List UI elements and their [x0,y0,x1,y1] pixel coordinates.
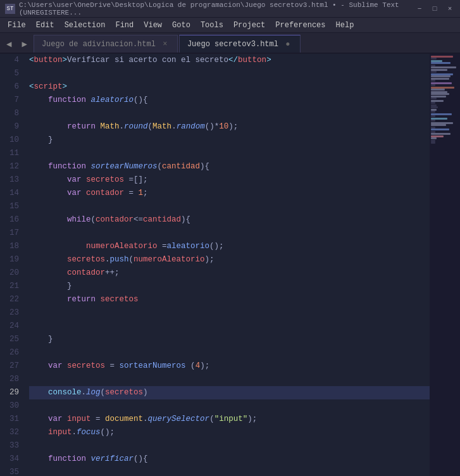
code-line-23 [29,306,430,320]
line-num-25: 25 [0,333,19,346]
title-bar: ST C:\Users\user\OneDrive\Desktop\Logica… [0,0,460,18]
code-line-20: contador++; [29,266,430,280]
tab-secreto-close[interactable]: ● [283,40,292,49]
line-numbers: 4 5 6 7 8 9 10 11 12 13 14 15 16 17 18 1… [0,54,24,476]
code-line-33 [29,439,430,453]
tab-adivinacion[interactable]: Juego de adivinacion.html × [34,35,178,53]
code-line-9: return Math.round(Math.random()*10); [29,120,430,134]
line-num-16: 16 [0,213,19,227]
code-line-4: <button>Verificar si acerto con el secre… [29,54,430,67]
code-line-11 [29,147,430,160]
menu-file[interactable]: File [3,18,31,32]
code-line-12: function sortearNumeros(cantidad){ [29,160,430,173]
code-line-10: } [29,134,430,147]
tab-secreto[interactable]: Juego secretov3.html ● [179,35,301,53]
code-line-8 [29,107,430,120]
line-num-23: 23 [0,306,19,320]
menu-selection[interactable]: Selection [59,18,111,32]
menu-find[interactable]: Find [110,18,139,32]
code-line-27: var secretos = sortearNumeros (4); [29,360,430,373]
code-line-15 [29,200,430,213]
line-num-28: 28 [0,373,19,386]
line-num-13: 13 [0,173,19,187]
code-line-6: <script> [29,80,430,94]
line-num-33: 33 [0,439,19,453]
code-line-14: var contador = 1; [29,187,430,200]
menu-bar: File Edit Selection Find View Goto Tools… [0,18,460,33]
line-num-11: 11 [0,147,19,160]
tab-bar: ◀ ▶ Juego de adivinacion.html × Juego se… [0,33,460,54]
code-line-7: function aleatorio(){ [29,94,430,107]
line-num-18: 18 [0,240,19,253]
title-bar-controls: − □ × [414,4,455,14]
code-line-24 [29,320,430,333]
code-line-30 [29,399,430,413]
code-line-22: return secretos [29,293,430,306]
code-line-31: var input = document.querySelector("inpu… [29,413,430,426]
app-icon: ST [5,4,15,14]
line-num-27: 27 [0,360,19,373]
tab-adivinacion-label: Juego de adivinacion.html [42,40,156,49]
close-button[interactable]: × [445,4,455,14]
line-num-26: 26 [0,346,19,360]
menu-goto[interactable]: Goto [167,18,196,32]
minimap [430,54,460,476]
line-num-31: 31 [0,413,19,426]
minimap-content [430,54,460,146]
menu-tools[interactable]: Tools [196,18,228,32]
tab-nav-back[interactable]: ◀ [3,35,15,53]
line-num-34: 34 [0,453,19,466]
line-num-12: 12 [0,160,19,173]
tab-secreto-label: Juego secretov3.html [187,40,278,49]
line-num-5: 5 [0,67,19,80]
code-line-35 [29,466,430,476]
line-num-6: 6 [0,80,19,94]
line-num-29: 29 [0,386,19,399]
tab-nav-forward[interactable]: ▶ [18,35,30,53]
code-line-13: var secretos =[]; [29,173,430,187]
code-line-18: numeroAleatorio =aleatorio(); [29,240,430,253]
line-num-20: 20 [0,266,19,280]
code-line-26 [29,346,430,360]
menu-preferences[interactable]: Preferences [270,18,330,32]
code-line-16: while(contador<=cantidad){ [29,213,430,227]
line-num-17: 17 [0,227,19,240]
line-num-21: 21 [0,280,19,293]
menu-view[interactable]: View [139,18,167,32]
line-num-10: 10 [0,134,19,147]
code-line-28 [29,373,430,386]
line-num-7: 7 [0,94,19,107]
code-line-19: secretos.push(numeroAleatorio); [29,253,430,266]
line-num-14: 14 [0,187,19,200]
title-bar-text: C:\Users\user\OneDrive\Desktop\Logica de… [19,1,414,16]
code-line-5 [29,67,430,80]
line-num-30: 30 [0,399,19,413]
line-num-8: 8 [0,107,19,120]
code-line-25: } [29,333,430,346]
line-num-24: 24 [0,320,19,333]
minimize-button[interactable]: − [414,4,425,14]
line-num-35: 35 [0,466,19,476]
code-area[interactable]: <button>Verificar si acerto con el secre… [24,54,430,476]
menu-edit[interactable]: Edit [31,18,59,32]
code-line-21: } [29,280,430,293]
editor-container: 4 5 6 7 8 9 10 11 12 13 14 15 16 17 18 1… [0,54,460,476]
code-line-32: input.focus(); [29,426,430,439]
menu-help[interactable]: Help [331,18,359,32]
code-line-17 [29,227,430,240]
tab-adivinacion-close[interactable]: × [161,40,170,49]
line-num-9: 9 [0,120,19,134]
line-num-19: 19 [0,253,19,266]
line-num-32: 32 [0,426,19,439]
line-num-4: 4 [0,54,19,67]
line-num-22: 22 [0,293,19,306]
code-line-34: function verificar(){ [29,453,430,466]
line-num-15: 15 [0,200,19,213]
maximize-button[interactable]: □ [430,4,440,14]
menu-project[interactable]: Project [228,18,270,32]
code-line-29: console.log(secretos) [29,386,430,399]
